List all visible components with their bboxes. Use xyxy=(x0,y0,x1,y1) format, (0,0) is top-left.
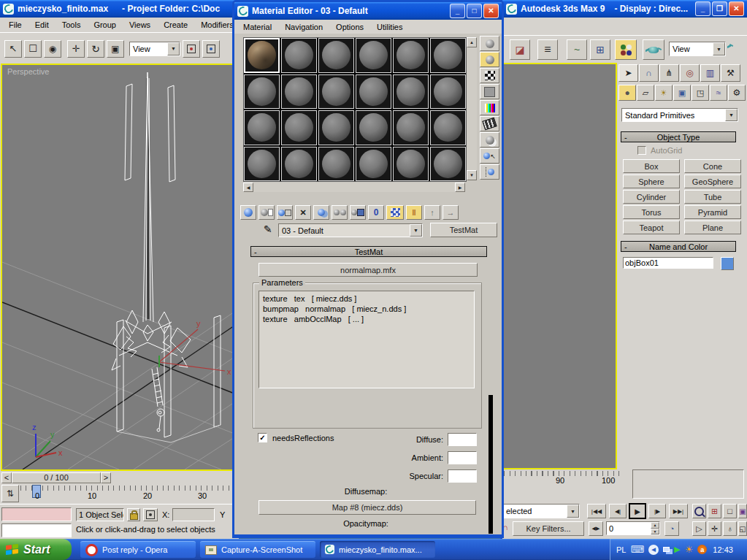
box-button[interactable]: Box xyxy=(623,159,680,173)
zoom-all-icon[interactable]: ⊞ xyxy=(708,504,721,518)
use-pivot-center-icon[interactable] xyxy=(183,40,200,58)
make-material-copy-icon[interactable] xyxy=(313,205,329,220)
selection-filter-icon[interactable]: ◉ xyxy=(44,40,61,58)
needs-reflections-checkbox[interactable]: ✓ xyxy=(258,433,267,442)
material-slot[interactable] xyxy=(244,147,280,182)
material-name-dropdown[interactable]: 03 - Default ▼ xyxy=(278,223,423,237)
material-slot[interactable] xyxy=(393,38,429,73)
material-slot[interactable] xyxy=(356,74,391,110)
sun-tray-icon[interactable]: ☀ xyxy=(685,544,694,555)
pan-icon[interactable]: ✛ xyxy=(708,521,721,536)
name-color-rollout-header[interactable]: - Name and Color xyxy=(621,241,736,252)
menu-views[interactable]: Views xyxy=(123,19,156,31)
restore-button[interactable]: ❐ xyxy=(712,1,727,16)
task-opera[interactable]: Post reply - Opera xyxy=(80,541,196,558)
minimize-button[interactable]: _ xyxy=(695,1,710,16)
close-button[interactable]: ✕ xyxy=(483,4,499,18)
minmax-toggle-icon[interactable]: ◱ xyxy=(738,521,747,536)
scroll-up-icon[interactable]: ▲ xyxy=(467,37,477,47)
spinner-up-icon[interactable]: ▲ xyxy=(651,522,659,529)
backlight-icon[interactable] xyxy=(480,52,499,67)
current-frame-field[interactable]: ▲ ▼ xyxy=(606,521,660,535)
move-icon[interactable]: ✛ xyxy=(67,40,85,58)
make-preview-icon[interactable] xyxy=(480,116,499,131)
object-type-rollout-header[interactable]: - Object Type xyxy=(621,131,736,142)
zoom-icon[interactable] xyxy=(692,504,706,518)
specular-color-swatch[interactable] xyxy=(448,469,477,483)
track-ruler[interactable] xyxy=(20,486,237,491)
autogrid-checkbox[interactable] xyxy=(637,146,646,155)
scroll-down-icon[interactable]: ▼ xyxy=(467,170,477,180)
task-3dsmax[interactable]: mieczysko_finito.max... xyxy=(320,541,435,558)
rollout-scrollbar[interactable] xyxy=(489,395,493,534)
menu-options[interactable]: Options xyxy=(330,21,369,33)
render-setup-icon[interactable] xyxy=(643,39,664,60)
object-name-field[interactable] xyxy=(623,257,713,269)
select-manipulate-icon[interactable] xyxy=(202,40,220,58)
schematic-view-icon[interactable]: ⊞ xyxy=(590,39,610,60)
zoom-extents-all-icon[interactable]: ▣ xyxy=(738,504,747,518)
curve-editor-icon[interactable]: ~ xyxy=(567,39,587,60)
tab-modify[interactable]: ∩ xyxy=(639,64,659,82)
tab-create[interactable]: ➤ xyxy=(618,64,638,82)
show-end-result-icon[interactable]: ‖ xyxy=(406,205,422,220)
sample-uv-tiling-icon[interactable] xyxy=(480,84,499,99)
get-material-icon[interactable] xyxy=(240,205,256,220)
time-configuration-icon[interactable]: ◔ xyxy=(664,521,679,536)
minimize-button[interactable]: _ xyxy=(450,4,465,18)
material-slot[interactable] xyxy=(318,38,354,73)
put-material-to-scene-icon[interactable] xyxy=(258,205,275,220)
chevron-down-icon[interactable]: ▼ xyxy=(725,109,738,121)
material-editor-titlebar[interactable]: Material Editor - 03 - Default _ □ ✕ xyxy=(234,2,502,20)
chevron-down-icon[interactable]: ▼ xyxy=(713,42,725,55)
previous-frame-button[interactable]: ◀| xyxy=(609,504,627,518)
material-slot[interactable] xyxy=(430,110,466,145)
material-map-navigator-icon[interactable] xyxy=(480,164,499,180)
material-slot[interactable] xyxy=(318,74,354,110)
selection-lock-icon[interactable] xyxy=(127,508,140,521)
go-to-parent-icon[interactable]: ↑ xyxy=(424,205,440,220)
category-spacewarps-icon[interactable]: ≈ xyxy=(710,85,727,101)
menu-group[interactable]: Group xyxy=(88,19,122,31)
material-slot[interactable] xyxy=(318,110,354,145)
category-lights-icon[interactable]: ☀ xyxy=(655,85,673,101)
scroll-left-icon[interactable]: ◀ xyxy=(243,183,253,192)
go-to-start-button[interactable]: |◀◀ xyxy=(587,504,606,518)
menu-create[interactable]: Create xyxy=(158,19,194,31)
material-slot[interactable] xyxy=(281,74,317,110)
mirror-icon[interactable]: ◪ xyxy=(510,39,530,60)
shader-file-button[interactable]: normalmap.mfx xyxy=(258,263,478,277)
maximize-button[interactable]: □ xyxy=(467,4,482,18)
material-editor-icon[interactable] xyxy=(615,39,637,60)
teapot-button[interactable]: Teapot xyxy=(623,220,680,234)
parameters-listbox[interactable]: texture tex [ miecz.dds ] bumpmap normal… xyxy=(258,291,475,388)
geosphere-button[interactable]: GeoSphere xyxy=(684,174,741,188)
time-slider-handle[interactable]: 0 / 100 xyxy=(12,472,101,483)
menu-material[interactable]: Material xyxy=(237,21,277,33)
right-track-ruler[interactable] xyxy=(504,471,619,476)
material-slot[interactable] xyxy=(281,110,317,145)
scale-icon[interactable]: ▣ xyxy=(107,40,124,58)
material-slot[interactable] xyxy=(356,147,391,182)
rectangular-selection-icon[interactable]: ☐ xyxy=(24,40,42,58)
sample-type-icon[interactable] xyxy=(480,36,499,51)
material-type-button[interactable]: TestMat xyxy=(430,223,497,237)
put-to-library-icon[interactable] xyxy=(350,205,366,220)
material-id-channel-icon[interactable]: 0 xyxy=(368,205,384,220)
param-line[interactable]: bumpmap normalmap [ miecz_n.dds ] xyxy=(263,304,470,314)
spinner-down-icon[interactable]: ▼ xyxy=(651,529,659,535)
material-slot[interactable] xyxy=(281,147,317,182)
material-slot[interactable] xyxy=(430,147,466,182)
play-button[interactable]: ▶ xyxy=(629,503,646,519)
param-line[interactable]: texture ambOcclMap [ ... ] xyxy=(263,314,470,324)
zoom-extents-icon[interactable]: □ xyxy=(723,504,737,518)
tab-hierarchy[interactable]: ⋔ xyxy=(659,64,679,82)
maxscript-mini-listener-white[interactable] xyxy=(1,523,72,537)
menu-edit[interactable]: Edit xyxy=(29,19,55,31)
material-slot[interactable] xyxy=(393,147,429,182)
pick-material-eyedropper-icon[interactable]: ✎ xyxy=(264,223,272,235)
left-window-titlebar[interactable]: mieczysko_finito.max - Project Folder: C… xyxy=(0,0,239,18)
select-object-icon[interactable]: ↖ xyxy=(4,40,22,58)
video-color-check-icon[interactable] xyxy=(480,100,499,115)
reset-map-icon[interactable]: ✕ xyxy=(295,205,311,220)
